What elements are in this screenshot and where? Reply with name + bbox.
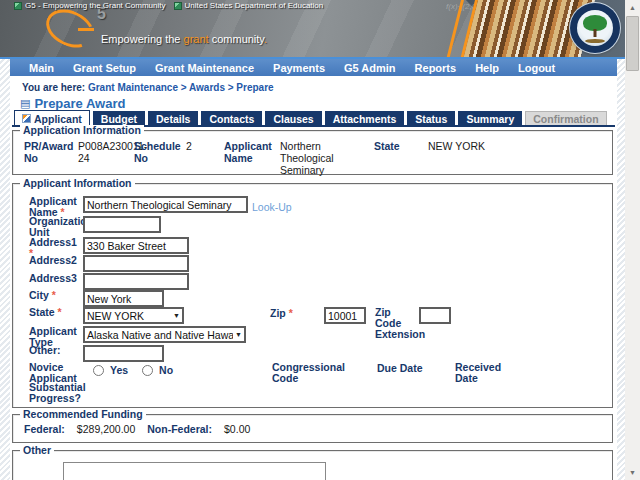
novice-no-label: No — [159, 364, 173, 376]
application-information-legend: Application Information — [20, 125, 144, 136]
federal-value: $289,200.00 — [77, 423, 135, 435]
applicant-name-input[interactable] — [83, 196, 248, 213]
applicant-type-select-arrow-icon: ▼ — [233, 331, 244, 338]
state-select[interactable]: NEW YORK ▼ — [83, 307, 184, 324]
applicant-tab-icon — [22, 114, 31, 123]
applicant-type-select-value: Alaska Native and Native Hawaiian Servin… — [85, 329, 233, 341]
zip-code-extension-input[interactable] — [419, 307, 451, 324]
seal-ground — [585, 39, 605, 43]
address1-input[interactable] — [83, 237, 189, 254]
other-textarea[interactable] — [63, 462, 326, 480]
address2-row: Address2 — [29, 255, 606, 272]
main-navbar: Main Grant Setup Grant Maintenance Payme… — [10, 59, 617, 76]
applicant-information-fieldset: Applicant Information Applicant Name * L… — [12, 183, 613, 408]
state-select-value: NEW YORK — [85, 310, 171, 322]
novice-yes-radio[interactable] — [93, 365, 104, 376]
tab-clauses[interactable]: Clauses — [265, 111, 321, 126]
page-title: Prepare Award — [34, 96, 125, 111]
other-input[interactable] — [83, 345, 164, 362]
state-header-value: NEW YORK — [428, 140, 612, 152]
applicant-information-legend: Applicant Information — [20, 178, 135, 189]
city-input[interactable] — [83, 290, 164, 307]
nav-item-help[interactable]: Help — [475, 62, 499, 74]
tab-contacts[interactable]: Contacts — [201, 111, 262, 126]
organization-unit-label: Organization Unit — [29, 216, 83, 238]
applicant-name-header-value: Northern Theological Seminary — [280, 140, 374, 176]
tagline-period: . — [264, 33, 267, 45]
address2-label: Address2 — [29, 255, 83, 266]
seal-inner — [577, 10, 613, 46]
vertical-scrollbar[interactable]: ▲ ▼ — [625, 0, 640, 480]
tab-applicant-label: Applicant — [34, 113, 82, 125]
nav-item-grant-setup[interactable]: Grant Setup — [73, 62, 136, 74]
nav-item-reports[interactable]: Reports — [415, 62, 457, 74]
title-item-ed-text: United States Department of Education — [185, 1, 324, 10]
zip-label: Zip * — [270, 307, 293, 319]
tab-status[interactable]: Status — [407, 111, 455, 126]
organization-unit-input[interactable] — [83, 216, 161, 233]
address3-input[interactable] — [83, 273, 189, 290]
nav-item-payments[interactable]: Payments — [273, 62, 325, 74]
breadcrumb-prefix: You are here: — [22, 82, 85, 93]
state-select-arrow-icon: ▼ — [171, 312, 182, 319]
state-required: * — [58, 306, 62, 318]
tagline-pre: Empowering the — [101, 33, 184, 45]
zip-required: * — [289, 307, 293, 319]
state-header-label: State — [374, 140, 428, 152]
received-date-label: Received Date — [455, 362, 505, 384]
zip-input[interactable] — [324, 307, 366, 324]
other-label: Other: — [29, 345, 83, 356]
tab-attachments[interactable]: Attachments — [325, 111, 405, 126]
state-zip-row: State * NEW YORK ▼ Zip * Zip Code Extens… — [29, 307, 606, 324]
congressional-code-label: Congressional Code — [272, 362, 334, 384]
applicant-name-header-label: Applicant Name — [224, 140, 280, 164]
page-title-icon: ▤ — [20, 98, 30, 109]
title-item-g5-text: G5 - Empowering the Grant Community — [25, 1, 166, 10]
nav-item-main[interactable]: Main — [29, 62, 54, 74]
lookup-link[interactable]: Look-Up — [252, 201, 292, 213]
other-fieldset-legend: Other — [20, 445, 54, 456]
pr-award-no-value: P008A230011-24 — [78, 140, 134, 164]
schedule-no-label: Schedule No — [134, 140, 186, 164]
nonfederal-value: $0.00 — [224, 423, 250, 435]
title-item-g5: G5 - Empowering the Grant Community — [14, 1, 166, 10]
ed-favicon — [174, 2, 182, 10]
recommended-funding-row: Federal: $289,200.00 Non-Federal: $0.00 — [24, 423, 250, 435]
g5-favicon — [14, 2, 22, 10]
novice-no-radio[interactable] — [142, 365, 153, 376]
city-required: * — [52, 289, 56, 301]
tab-details[interactable]: Details — [148, 111, 198, 126]
tab-summary[interactable]: Summary — [458, 111, 522, 126]
schedule-no-value: 2 — [186, 140, 224, 152]
g5-logo-g-bar — [78, 28, 94, 31]
breadcrumb-path[interactable]: Grant Maintenance > Awards > Prepare — [88, 82, 274, 93]
nav-item-g5-admin[interactable]: G5 Admin — [344, 62, 396, 74]
nav-item-logout[interactable]: Logout — [518, 62, 555, 74]
recommended-funding-legend: Recommended Funding — [20, 409, 146, 420]
dept-of-education-seal — [570, 3, 620, 53]
nonfederal-label: Non-Federal: — [147, 423, 212, 435]
application-information-fieldset: Application Information PR/Award No P008… — [12, 130, 613, 175]
novice-yes-label: Yes — [110, 364, 128, 376]
header-banner: f(x)·|(2,0) 5 Empowering the grant commu… — [0, 0, 625, 57]
address2-input[interactable] — [83, 255, 189, 272]
scrollbar-down-button[interactable]: ▼ — [625, 465, 640, 480]
right-gutter — [617, 59, 625, 480]
city-label-text: City — [29, 289, 49, 301]
city-row: City * — [29, 290, 606, 307]
seal-tree-trunk — [594, 29, 597, 37]
title-item-ed: United States Department of Education — [174, 1, 324, 10]
tab-confirmation: Confirmation — [525, 111, 606, 126]
banner-tagline: Empowering the grant community. — [101, 33, 267, 45]
left-gutter — [0, 59, 10, 480]
federal-label: Federal: — [24, 423, 65, 435]
state-label: State * — [29, 307, 83, 318]
other-fieldset: Other — [12, 450, 613, 480]
organization-unit-row: Organization Unit — [29, 216, 606, 238]
scrollbar-thumb[interactable] — [626, 16, 639, 71]
scrollbar-up-button[interactable]: ▲ — [625, 0, 640, 15]
applicant-type-select[interactable]: Alaska Native and Native Hawaiian Servin… — [83, 326, 246, 343]
city-label: City * — [29, 290, 83, 301]
other-row: Other: — [29, 345, 606, 362]
nav-item-grant-maintenance[interactable]: Grant Maintenance — [155, 62, 254, 74]
